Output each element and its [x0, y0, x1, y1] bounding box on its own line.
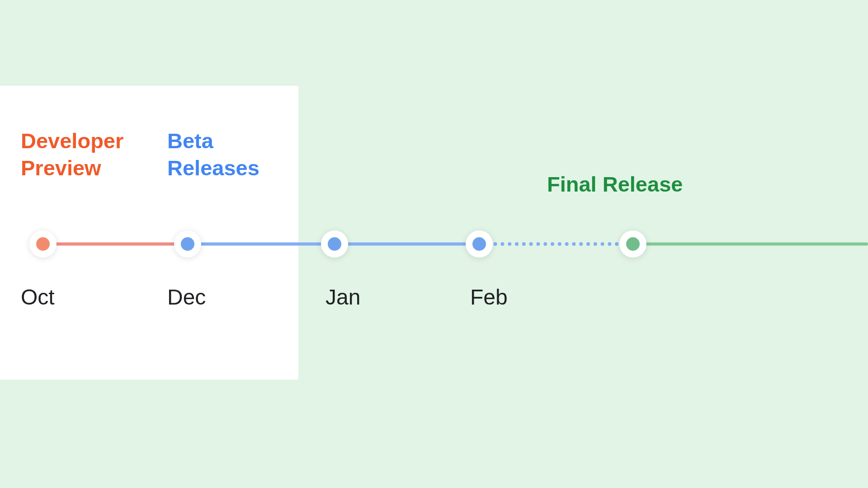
phase-label-beta: Beta Releases: [167, 127, 259, 182]
month-label-feb: Feb: [470, 285, 508, 310]
segment-beta-1: [188, 243, 335, 246]
phase-label-final: Final Release: [547, 171, 683, 198]
node-final: [619, 230, 646, 258]
segment-dev-preview: [43, 243, 188, 246]
segment-beta-dotted: [479, 242, 633, 246]
timeline-diagram: Developer Preview Beta Releases Final Re…: [0, 0, 868, 488]
month-label-oct: Oct: [21, 285, 55, 310]
month-label-dec: Dec: [167, 285, 206, 310]
segment-beta-2: [335, 243, 479, 246]
node-feb: [466, 230, 493, 258]
month-label-jan: Jan: [326, 285, 360, 310]
phase-label-dev-preview: Developer Preview: [21, 127, 123, 182]
node-jan: [321, 230, 348, 258]
node-oct: [29, 230, 57, 258]
node-dec: [174, 230, 201, 258]
segment-final: [633, 243, 868, 246]
